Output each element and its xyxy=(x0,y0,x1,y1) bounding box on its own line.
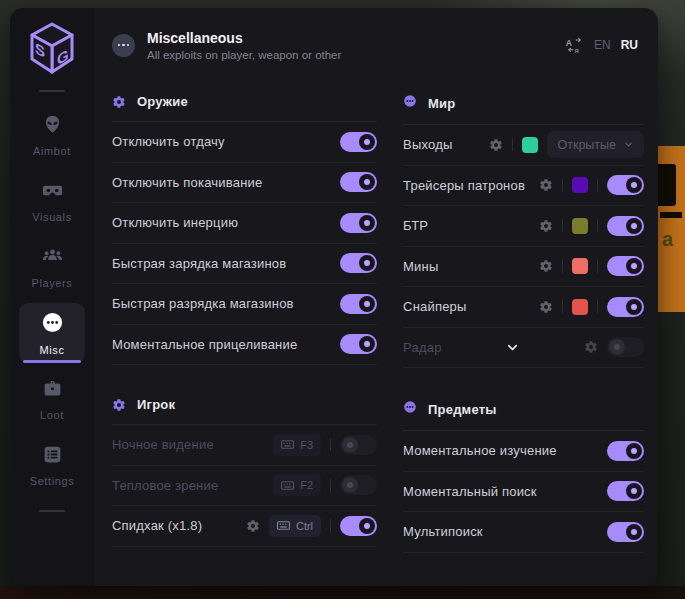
chevron-down-icon[interactable] xyxy=(505,340,520,355)
keyboard-icon xyxy=(281,481,294,490)
gear-icon xyxy=(112,95,126,109)
section-items: Предметы Моментальное изучение Моменталь… xyxy=(403,392,644,553)
setting-row: Отключить инерцию xyxy=(112,203,377,244)
sidebar-item-loot[interactable]: Loot xyxy=(19,369,85,429)
toggle-switch[interactable] xyxy=(607,216,644,236)
toggle-switch[interactable] xyxy=(607,256,644,276)
setting-row: БТР xyxy=(403,206,644,247)
hotkey-badge[interactable]: F3 xyxy=(273,434,321,456)
hotkey-badge[interactable]: Ctrl xyxy=(269,515,321,537)
color-swatch[interactable] xyxy=(522,137,538,153)
sidebar-item-label: Settings xyxy=(30,475,75,487)
ellipsis-icon xyxy=(41,311,64,338)
gear-icon[interactable] xyxy=(539,259,553,273)
setting-row: Выходы Открытые xyxy=(403,125,644,166)
alien-icon xyxy=(42,114,63,139)
setting-row: Отключить отдачу xyxy=(112,122,377,163)
toggle-switch[interactable] xyxy=(340,334,377,354)
color-swatch[interactable] xyxy=(572,299,588,315)
page-title: Miscellaneous xyxy=(147,30,341,46)
setting-row: Моментальное прицеливание xyxy=(112,325,377,366)
setting-row: Трейсеры патронов xyxy=(403,166,644,207)
setting-row: Быстрая зарядка магазинов xyxy=(112,244,377,285)
setting-label: Моментальный поиск xyxy=(403,484,537,499)
billboard-graphic xyxy=(658,164,676,206)
language-option-en[interactable]: EN xyxy=(594,38,611,52)
toggle-switch[interactable] xyxy=(607,337,644,357)
setting-row: Спидхак (x1.8) Ctrl xyxy=(112,506,377,547)
sidebar-divider xyxy=(39,510,65,512)
color-swatch[interactable] xyxy=(572,218,588,234)
setting-label: Быстрая зарядка магазинов xyxy=(112,256,286,271)
sidebar-item-label: Misc xyxy=(39,344,64,356)
ellipsis-circle-icon xyxy=(112,34,135,57)
sidebar-item-misc[interactable]: Misc xyxy=(19,303,85,363)
sidebar-item-label: Aimbot xyxy=(33,145,71,157)
toggle-switch[interactable] xyxy=(340,132,377,152)
sidebar-item-settings[interactable]: Settings xyxy=(19,435,85,495)
game-background-floor xyxy=(0,586,685,599)
toggle-switch[interactable] xyxy=(340,213,377,233)
sidebar-divider xyxy=(39,90,65,92)
content-grid: Оружие Отключить отдачу Отключить покачи… xyxy=(94,82,658,586)
gear-icon[interactable] xyxy=(584,340,598,354)
gear-icon[interactable] xyxy=(246,519,260,533)
setting-label: БТР xyxy=(403,218,428,233)
svg-text:A: A xyxy=(566,37,573,47)
toggle-switch[interactable] xyxy=(340,435,377,455)
briefcase-icon xyxy=(42,378,63,403)
gear-icon[interactable] xyxy=(489,138,503,152)
sidebar-item-label: Players xyxy=(32,277,73,289)
gear-icon[interactable] xyxy=(539,178,553,192)
setting-label: Быстрая разрядка магазинов xyxy=(112,296,294,311)
toggle-switch[interactable] xyxy=(607,175,644,195)
translate-icon: Aя xyxy=(565,36,584,55)
toggle-switch[interactable] xyxy=(340,294,377,314)
setting-label: Отключить отдачу xyxy=(112,134,225,149)
toggle-switch[interactable] xyxy=(340,172,377,192)
gear-icon[interactable] xyxy=(539,300,553,314)
svg-text:я: я xyxy=(574,46,578,55)
section-weapon: Оружие Отключить отдачу Отключить покачи… xyxy=(112,86,377,365)
setting-label: Отключить инерцию xyxy=(112,215,238,230)
color-swatch[interactable] xyxy=(572,258,588,274)
toggle-switch[interactable] xyxy=(340,253,377,273)
hotkey-badge[interactable]: F2 xyxy=(273,474,321,496)
toggle-switch[interactable] xyxy=(607,441,644,461)
billboard-letter: а xyxy=(662,228,673,251)
toggle-switch[interactable] xyxy=(340,516,377,536)
section-title: Игрок xyxy=(137,397,175,412)
page-header: Miscellaneous All exploits on player, we… xyxy=(94,8,658,82)
keyboard-icon xyxy=(277,521,290,530)
circle-dots-icon xyxy=(403,400,417,418)
sidebar-item-aimbot[interactable]: Aimbot xyxy=(19,105,85,165)
cheat-menu-window: S G Aimbot Visuals Players Mi xyxy=(10,8,658,586)
vr-goggles-icon xyxy=(42,180,63,205)
color-swatch[interactable] xyxy=(572,177,588,193)
app-logo-icon: S G xyxy=(28,22,76,74)
sidebar-item-players[interactable]: Players xyxy=(19,237,85,297)
setting-row: Ночное видение F3 xyxy=(112,425,377,466)
language-option-ru[interactable]: RU xyxy=(621,38,638,52)
setting-label: Тепловое зрение xyxy=(112,478,218,493)
toggle-switch[interactable] xyxy=(607,522,644,542)
setting-row: Радар xyxy=(403,328,644,369)
toggle-switch[interactable] xyxy=(607,297,644,317)
toggle-switch[interactable] xyxy=(607,481,644,501)
section-title: Оружие xyxy=(137,94,188,109)
setting-label: Отключить покачивание xyxy=(112,175,262,190)
circle-dots-icon xyxy=(403,94,417,112)
setting-row: Быстрая разрядка магазинов xyxy=(112,284,377,325)
setting-label: Трейсеры патронов xyxy=(403,178,525,193)
exits-dropdown[interactable]: Открытые xyxy=(547,131,644,158)
game-background-billboard: а xyxy=(658,146,685,312)
keyboard-icon xyxy=(281,440,294,449)
sidebar-item-visuals[interactable]: Visuals xyxy=(19,171,85,231)
toggle-switch[interactable] xyxy=(340,475,377,495)
gear-icon[interactable] xyxy=(539,219,553,233)
section-title: Предметы xyxy=(428,402,497,417)
setting-label: Радар xyxy=(403,340,442,355)
setting-label: Спидхак (x1.8) xyxy=(112,518,202,533)
chevron-down-icon xyxy=(623,139,634,150)
setting-label: Моментальное изучение xyxy=(403,443,557,458)
